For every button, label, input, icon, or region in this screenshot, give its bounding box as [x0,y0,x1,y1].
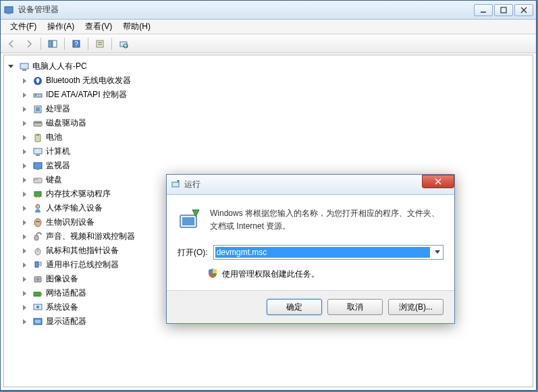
expander-icon[interactable] [20,162,28,170]
menu-view[interactable]: 查看(V) [80,20,117,34]
toolbar-separator [111,38,112,50]
expander-icon[interactable] [20,91,28,99]
expander-icon[interactable] [20,176,28,184]
tree-node-label: 系统设备 [46,302,78,313]
device-category-icon [32,246,43,256]
cancel-button[interactable]: 取消 [327,299,383,315]
svg-rect-26 [34,148,42,154]
svg-rect-7 [53,40,57,47]
scan-hardware-button[interactable] [115,36,132,51]
run-input[interactable] [213,245,443,260]
watermark: 系统之家 [466,370,533,387]
run-title: 运行 [184,179,450,190]
run-description: Windows 将根据您输入的名称，为您打开相应的程序、文件夹、文档或 Inte… [210,207,443,233]
expander-icon[interactable] [20,148,28,156]
expander-icon[interactable] [20,275,28,283]
tree-root-node[interactable]: 电脑人人有-PC [7,59,530,74]
svg-rect-38 [34,235,38,240]
run-body: Windows 将根据您输入的名称，为您打开相应的程序、文件夹、文档或 Inte… [167,195,454,240]
svg-point-43 [36,278,39,281]
menu-action[interactable]: 操作(A) [42,20,80,34]
expander-icon[interactable] [20,134,28,142]
tree-node[interactable]: 磁盘驱动器 [7,116,530,130]
svg-rect-0 [5,7,13,13]
menubar: 文件(F) 操作(A) 查看(V) 帮助(H) [1,20,536,34]
svg-point-37 [34,219,41,227]
tree-node[interactable]: IDE ATA/ATAPI 控制器 [7,88,530,102]
expander-icon[interactable] [20,190,28,198]
svg-rect-45 [41,293,42,296]
run-close-button[interactable] [422,175,454,188]
expander-icon[interactable] [20,105,28,113]
maximize-button[interactable] [494,4,513,16]
device-category-icon [32,132,43,143]
device-category-icon [32,118,43,129]
svg-point-19 [35,94,36,96]
svg-rect-25 [36,134,39,136]
properties-button[interactable] [92,36,108,51]
tree-node-label: 监视器 [46,160,70,171]
dropdown-arrow-icon[interactable] [433,247,442,258]
toolbar: ? [1,34,536,53]
tree-node-label: 网络适配器 [46,287,86,299]
run-combobox[interactable]: devmgmt.msc [213,245,443,260]
svg-rect-23 [34,122,41,123]
tree-node[interactable]: 处理器 [7,102,530,116]
svg-rect-1 [7,13,11,14]
tree-node-label: Bluetooth 无线电收发器 [46,75,131,86]
tree-node-label: 声音、视频和游戏控制器 [46,231,135,242]
expander-icon[interactable] [20,119,28,128]
tree-node[interactable]: 电池 [7,130,530,144]
tree-node-label: 通用串行总线控制器 [46,259,119,271]
expander-icon[interactable] [20,77,28,85]
tree-node[interactable]: 计算机 [7,144,530,159]
tree-node-label: 鼠标和其他指针设备 [46,245,119,256]
svg-rect-31 [34,179,36,180]
expander-icon[interactable] [20,247,28,255]
titlebar[interactable]: 设备管理器 [1,1,536,20]
back-button[interactable] [3,36,20,51]
expander-icon[interactable] [20,204,28,213]
expander-icon[interactable] [20,304,28,312]
menu-file[interactable]: 文件(F) [5,20,42,34]
device-category-icon [32,274,43,285]
device-category-icon [32,302,43,313]
expander-icon[interactable] [7,63,15,71]
run-input-row: 打开(O): devmgmt.msc [167,240,454,268]
expander-icon[interactable] [20,261,28,269]
ok-button[interactable]: 确定 [267,299,322,315]
tree-node-label: 人体学输入设备 [46,202,103,214]
expander-icon[interactable] [20,289,28,298]
tree-node-label: 图像设备 [46,273,78,285]
tree-node[interactable]: 监视器 [7,159,530,173]
minimize-button[interactable] [474,4,493,16]
browse-button[interactable]: 浏览(B)... [388,299,443,315]
help-button[interactable]: ? [68,36,84,51]
tree-node-label: 计算机 [46,146,70,157]
show-hide-tree-button[interactable] [45,36,61,51]
menu-help[interactable]: 帮助(H) [117,20,156,34]
svg-point-36 [36,204,40,208]
svg-rect-10 [97,40,103,47]
svg-rect-33 [34,192,41,196]
close-button[interactable] [514,4,533,16]
device-category-icon [32,161,43,171]
forward-button[interactable] [21,36,37,51]
svg-rect-21 [36,107,40,111]
toolbar-separator [64,38,65,50]
svg-rect-32 [36,179,38,180]
expander-icon[interactable] [20,233,28,241]
device-category-icon [32,231,43,242]
expander-icon[interactable] [20,219,28,227]
tree-node[interactable]: Bluetooth 无线电收发器 [7,74,530,88]
svg-rect-50 [172,182,179,187]
device-category-icon [32,146,43,157]
svg-rect-15 [20,63,28,69]
device-category-icon [32,288,43,299]
tree-node-label: 显示适配器 [46,316,86,327]
run-titlebar[interactable]: 运行 [167,175,454,195]
run-program-icon [178,207,202,231]
svg-rect-54 [182,217,194,225]
expander-icon[interactable] [20,318,28,326]
svg-rect-35 [38,196,40,198]
